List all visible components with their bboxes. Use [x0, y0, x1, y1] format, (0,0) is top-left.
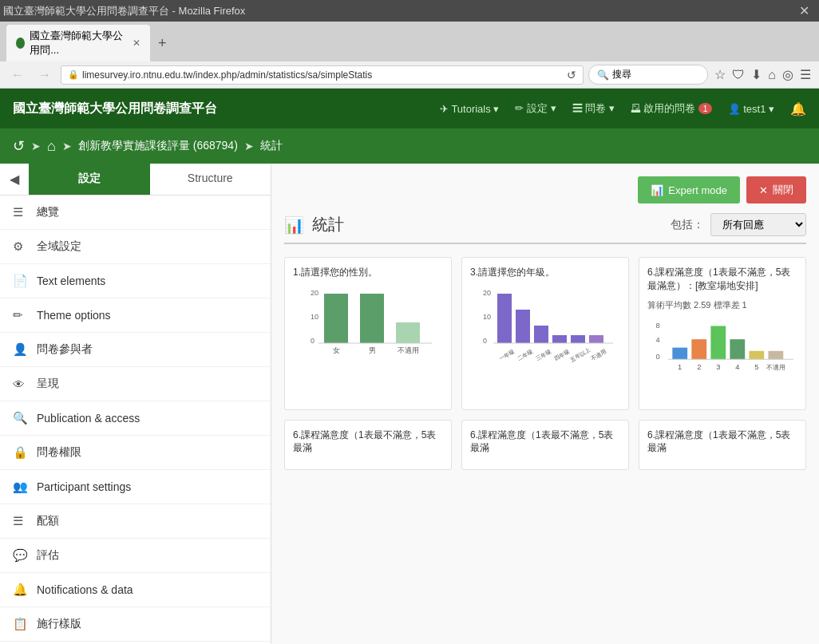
sidebar-item-label: Notifications & data	[37, 583, 133, 596]
close-button[interactable]: ✕ 關閉	[746, 176, 806, 203]
breadcrumb-separator: ➤	[62, 140, 72, 152]
browser-search-bar[interactable]: 🔍 搜尋	[588, 65, 708, 85]
menu-icon[interactable]: ☰	[798, 65, 813, 84]
svg-text:20: 20	[311, 289, 318, 297]
lock-icon: 🔒	[68, 69, 79, 80]
chart-title-q6c: 6.課程滿意度（1表最不滿意，5表最滿	[470, 429, 620, 456]
sidebar-item-label: 呈現	[37, 377, 59, 391]
browser-tabbar: 國立臺灣師範大學公用問... ✕ +	[0, 22, 819, 61]
overview-icon: ☰	[13, 205, 29, 219]
sidebar-item-global-settings[interactable]: ⚙ 全域設定	[0, 230, 271, 264]
tab-settings[interactable]: 設定	[29, 164, 150, 195]
svg-text:2: 2	[697, 362, 701, 370]
sidebar-item-theme-options[interactable]: ✏ Theme options	[0, 298, 271, 333]
notification-bell-icon[interactable]: 🔔	[790, 101, 806, 117]
sidebar-item-assessment[interactable]: 💬 評估	[0, 539, 271, 573]
breadcrumb-separator2: ➤	[244, 140, 254, 152]
new-tab-button[interactable]: +	[153, 35, 172, 52]
svg-rect-10	[497, 294, 512, 343]
browser-toolbar-icons: ☆ 🛡 ⬇ ⌂ ◎ ☰	[713, 65, 813, 84]
svg-text:二年級: 二年級	[516, 348, 534, 362]
bookmark-icon[interactable]: ☆	[713, 65, 727, 84]
svg-text:五年以上: 五年以上	[569, 347, 592, 363]
sidebar-item-presentation[interactable]: 👁 呈現	[0, 367, 271, 401]
sidebar-item-participants[interactable]: 👤 問卷參與者	[0, 333, 271, 367]
sidebar-item-quotas[interactable]: ☰ 配額	[0, 504, 271, 539]
svg-text:5: 5	[754, 362, 758, 370]
sidebar-item-survey-permissions[interactable]: 🔒 問卷權限	[0, 436, 271, 470]
svg-text:0: 0	[655, 352, 659, 361]
svg-rect-27	[691, 339, 706, 359]
stats-header: 📊 統計 包括： 所有回應 已完成的回應 未完成的回應	[284, 213, 806, 244]
browser-close-button[interactable]: ✕	[793, 3, 816, 18]
filter-select[interactable]: 所有回應 已完成的回應 未完成的回應	[710, 213, 806, 236]
svg-text:一年級: 一年級	[498, 348, 516, 362]
address-bar[interactable]: 🔒 limesurvey.iro.ntnu.edu.tw/index.php/a…	[61, 65, 584, 85]
user-icon: 👤	[13, 342, 29, 357]
sidebar-item-label: 問卷參與者	[37, 342, 93, 357]
nav-survey[interactable]: ☰ 問卷 ▾	[572, 101, 615, 116]
svg-text:女: 女	[333, 346, 340, 354]
chart-card-q6c: 6.課程滿意度（1表最不滿意，5表最滿	[461, 420, 629, 471]
chart-card-q6d: 6.課程滿意度（1表最不滿意，5表最滿	[639, 420, 806, 471]
svg-text:不適用: 不適用	[398, 346, 419, 354]
comment-icon: 💬	[13, 548, 29, 563]
browser-tab-active[interactable]: 國立臺灣師範大學公用問... ✕	[6, 25, 150, 61]
sidebar-item-participant-settings[interactable]: 👥 Participant settings	[0, 470, 271, 504]
breadcrumb-home-icon[interactable]: ⌂	[47, 138, 56, 155]
app-logo: 國立臺灣師範大學公用問卷調查平台	[13, 101, 440, 117]
chart-card-q1: 1.請選擇您的性別。 20 10 0 女 男 不適用	[284, 257, 452, 410]
sidebar-item-panel-integration[interactable]: 📋 施行樣版	[0, 607, 271, 642]
sidebar-toggle-button[interactable]: ◀	[0, 164, 29, 195]
svg-text:3: 3	[716, 362, 720, 370]
expert-mode-button[interactable]: 📊 Expert mode	[638, 176, 740, 203]
tab-close-button[interactable]: ✕	[133, 38, 140, 49]
sidebar-item-notifications[interactable]: 🔔 Notifications & data	[0, 573, 271, 607]
app-nav: ✈ Tutorials ▾ ✏ 設定 ▾ ☰ 問卷 ▾ 🗳 啟用的問卷 1 👤 …	[440, 101, 806, 117]
shield-icon[interactable]: 🛡	[730, 66, 746, 84]
reload-button[interactable]: ↺	[567, 69, 576, 81]
svg-text:4: 4	[735, 362, 739, 370]
group-icon: 👥	[13, 480, 29, 494]
browser-title: 國立臺灣師範大學公用問卷調查平台 - Mozilla Firefox	[3, 4, 245, 18]
sidebar-item-label: 配額	[37, 514, 59, 528]
breadcrumb-refresh-icon[interactable]: ↺	[13, 137, 25, 155]
nav-settings[interactable]: ✏ 設定 ▾	[515, 101, 556, 116]
sidebar: ◀ 設定 Structure ☰ 總覽 ⚙ 全域設定 📄 Text elemen…	[0, 164, 271, 644]
sidebar-item-text-elements[interactable]: 📄 Text elements	[0, 264, 271, 298]
sidebar-item-overview[interactable]: ☰ 總覽	[0, 196, 271, 230]
svg-text:男: 男	[369, 346, 376, 354]
chart-card-q3: 3.請選擇您的年級。 20 10 0 一年級 二年級 三年級	[461, 257, 629, 410]
breadcrumb-survey-name[interactable]: 創新教學實施課後評量 (668794)	[78, 139, 238, 153]
active-surveys-badge: 1	[698, 103, 711, 114]
sidebar-item-label: 總覽	[37, 205, 59, 219]
svg-text:0: 0	[483, 337, 487, 345]
sidebar-item-label: Text elements	[37, 275, 105, 287]
sidebar-item-publication-access[interactable]: 🔍 Publication & access	[0, 401, 271, 436]
breadcrumb-page: 統計	[260, 139, 283, 153]
nav-active-surveys[interactable]: 🗳 啟用的問卷 1	[631, 101, 712, 116]
chart-svg-q1: 20 10 0 女 男 不適用	[293, 286, 443, 373]
filter-label: 包括：	[671, 218, 704, 232]
svg-text:10: 10	[483, 313, 491, 321]
pocket-icon[interactable]: ◎	[781, 65, 795, 84]
eye-icon: 👁	[13, 377, 29, 391]
svg-text:10: 10	[311, 313, 318, 321]
chart-title-q1: 1.請選擇您的性別。	[293, 266, 443, 279]
pencil-icon: ✏	[13, 308, 29, 322]
chart-card-q6a: 6.課程滿意度（1表最不滿意，5表最滿意）：[教室場地安排] 算術平均數 2.5…	[639, 257, 806, 410]
nav-user[interactable]: 👤 test1 ▾	[728, 103, 774, 115]
svg-text:不適用: 不適用	[766, 362, 785, 370]
lock-icon: 🔒	[13, 445, 29, 460]
app-header: 國立臺灣師範大學公用問卷調查平台 ✈ Tutorials ▾ ✏ 設定 ▾ ☰ …	[0, 89, 819, 128]
download-icon[interactable]: ⬇	[750, 65, 763, 84]
home-icon[interactable]: ⌂	[766, 66, 777, 84]
chart-card-q6b: 6.課程滿意度（1表最不滿意，5表最滿	[284, 420, 452, 471]
sidebar-item-label: 問卷權限	[37, 445, 81, 460]
nav-tutorials[interactable]: ✈ Tutorials ▾	[440, 103, 499, 115]
tab-structure[interactable]: Structure	[150, 164, 271, 195]
content-header: 📊 Expert mode ✕ 關閉	[284, 176, 806, 203]
back-button[interactable]: ←	[6, 66, 29, 84]
svg-text:1: 1	[678, 362, 682, 370]
forward-button[interactable]: →	[34, 66, 56, 84]
